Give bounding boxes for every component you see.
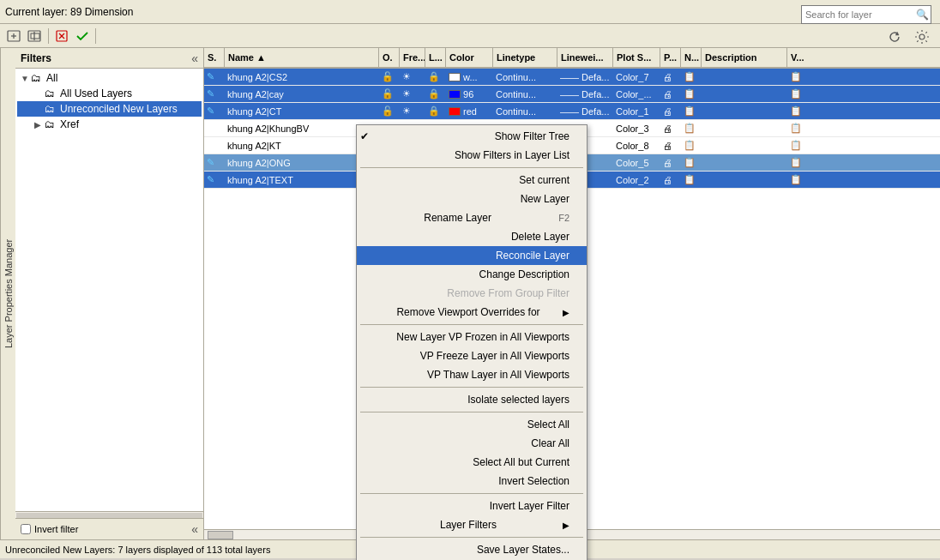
cell-plots: Color_2 xyxy=(613,175,660,185)
cell-v: 📋 xyxy=(787,71,808,82)
menu-check-show-filter-tree: ✔ xyxy=(360,130,374,142)
menu-item-select-all-but[interactable]: Select All but Current xyxy=(357,453,587,472)
menu-label-isolate: Isolate selected layers xyxy=(467,394,569,406)
cell-v: 📋 xyxy=(787,174,808,185)
menu-item-set-current[interactable]: Set current xyxy=(357,171,587,190)
col-header-o[interactable]: O. xyxy=(379,48,400,67)
menu-label-clear-all: Clear All xyxy=(531,437,569,449)
cell-color: w... xyxy=(446,72,493,82)
tree-icon-xref: 🗂 xyxy=(45,118,58,130)
menu-item-select-all[interactable]: Select All xyxy=(357,415,587,434)
cell-v: 📋 xyxy=(787,140,808,151)
current-layer-label: Current layer: 89 Dimension xyxy=(5,6,133,18)
cell-p: 🖨 xyxy=(660,89,681,99)
tree-item-all-used[interactable]: 🗂 All Used Layers xyxy=(17,86,202,101)
table-row[interactable]: ✎ khung A2|cay 🔓 ☀ 🔒 96 Continu... —— De… xyxy=(204,86,940,103)
new-layer2-btn[interactable] xyxy=(26,27,45,45)
col-header-fr[interactable]: Fre... xyxy=(400,48,425,67)
menu-label-remove-viewport: Remove Viewport Overrides for xyxy=(396,306,539,318)
col-header-plots[interactable]: Plot S... xyxy=(613,48,660,67)
col-header-l[interactable]: L... xyxy=(425,48,446,67)
menu-label-invert-selection: Invert Selection xyxy=(498,475,569,487)
tree-toggle-all: ▼ xyxy=(21,74,31,83)
cell-color: red xyxy=(446,106,493,117)
cell-linetype: Continu... xyxy=(493,89,557,99)
menu-label-remove-from-group: Remove From Group Filter xyxy=(447,287,569,299)
search-input[interactable] xyxy=(802,9,913,20)
menu-item-save-layer-states[interactable]: Save Layer States... xyxy=(357,540,587,559)
col-header-s[interactable]: S. xyxy=(204,48,225,67)
col-header-n[interactable]: N... xyxy=(681,48,702,67)
cell-plots: Color_8 xyxy=(613,141,660,151)
cell-name: khung A2|CS2 xyxy=(225,72,379,82)
menu-item-remove-viewport[interactable]: Remove Viewport Overrides for ▶ xyxy=(357,303,587,322)
menu-item-rename-layer[interactable]: Rename Layer F2 xyxy=(357,208,587,227)
cell-n: 📋 xyxy=(681,157,702,168)
col-header-v[interactable]: V... xyxy=(787,48,808,67)
col-header-p[interactable]: P... xyxy=(660,48,681,67)
delete-layer-btn[interactable] xyxy=(52,27,71,45)
menu-arrow-layer-filters: ▶ xyxy=(563,521,569,530)
cell-linetype: Continu... xyxy=(493,72,557,82)
toolbar-separator-1 xyxy=(48,28,49,44)
menu-label-save-layer-states: Save Layer States... xyxy=(477,544,569,556)
menu-label-layer-filters: Layer Filters xyxy=(440,519,497,531)
color-swatch xyxy=(449,107,461,116)
table-row[interactable]: ✎ khung A2|CS2 🔓 ☀ 🔒 w... Continu... —— … xyxy=(204,69,940,86)
cell-v: 📋 xyxy=(787,105,808,117)
menu-item-change-description[interactable]: Change Description xyxy=(357,265,587,284)
tree-label-xref: Xref xyxy=(60,118,79,130)
menu-item-invert-layer-filter[interactable]: Invert Layer Filter xyxy=(357,497,587,515)
menu-item-new-layer[interactable]: New Layer xyxy=(357,190,587,208)
color-swatch xyxy=(449,73,461,81)
menu-item-vp-freeze[interactable]: VP Freeze Layer in All Viewports xyxy=(357,346,587,365)
cell-n: 📋 xyxy=(681,105,702,117)
cell-n: 📋 xyxy=(681,88,702,99)
menu-label-delete-layer: Delete Layer xyxy=(511,231,569,243)
cell-plots: Color_5 xyxy=(613,158,660,168)
menu-item-invert-selection[interactable]: Invert Selection xyxy=(357,472,587,491)
col-header-desc[interactable]: Description xyxy=(702,48,787,67)
cell-color: 96 xyxy=(446,89,493,99)
tree-item-xref[interactable]: ▶ 🗂 Xref xyxy=(17,117,202,132)
col-header-name[interactable]: Name ▲ xyxy=(225,48,379,67)
col-header-color[interactable]: Color xyxy=(446,48,493,67)
menu-item-delete-layer[interactable]: Delete Layer xyxy=(357,227,587,246)
menu-item-new-layer-vp[interactable]: New Layer VP Frozen in All Viewports xyxy=(357,328,587,346)
search-bar[interactable]: 🔍 xyxy=(801,5,931,24)
tree-item-all[interactable]: ▼ 🗂 All xyxy=(17,70,202,86)
menu-item-isolate[interactable]: Isolate selected layers xyxy=(357,390,587,409)
svg-rect-4 xyxy=(31,33,39,39)
menu-separator-3 xyxy=(360,387,583,388)
new-layer-btn[interactable] xyxy=(5,27,24,45)
cell-v: 📋 xyxy=(787,123,808,134)
tree-item-unreconciled[interactable]: 🗂 Unreconciled New Layers xyxy=(17,101,202,117)
col-header-linetype[interactable]: Linetype xyxy=(493,48,557,67)
menu-item-layer-filters[interactable]: Layer Filters ▶ xyxy=(357,515,587,534)
side-label: Layer Properties Manager xyxy=(0,48,15,539)
settings-btn[interactable] xyxy=(913,27,931,46)
table-row[interactable]: ✎ khung A2|CT 🔓 ☀ 🔒 red Continu... —— De… xyxy=(204,103,940,120)
cell-linewei: —— Defa... xyxy=(557,89,613,99)
set-current-btn[interactable] xyxy=(73,27,92,45)
refresh-btn[interactable] xyxy=(885,27,904,46)
col-header-linewei[interactable]: Linewei... xyxy=(557,48,613,67)
menu-item-clear-all[interactable]: Clear All xyxy=(357,434,587,453)
cell-o: 🔓 xyxy=(379,88,400,99)
cell-o: 🔓 xyxy=(379,105,400,117)
tree-label-all-used: All Used Layers xyxy=(60,87,132,99)
menu-item-show-filters-layer-list[interactable]: Show Filters in Layer List xyxy=(357,146,587,165)
menu-label-set-current: Set current xyxy=(519,174,569,186)
cell-v: 📋 xyxy=(787,157,808,168)
menu-item-remove-from-group: Remove From Group Filter xyxy=(357,284,587,303)
menu-item-vp-thaw[interactable]: VP Thaw Layer in All Viewports xyxy=(357,365,587,384)
menu-item-reconcile-layer[interactable]: Reconcile Layer xyxy=(357,246,587,265)
invert-filter-checkbox[interactable] xyxy=(21,524,31,534)
menu-label-reconcile-layer: Reconcile Layer xyxy=(496,250,569,262)
menu-separator-1 xyxy=(360,167,583,168)
cell-plots: Color_7 xyxy=(613,72,660,82)
filter-collapse-btn[interactable]: « xyxy=(191,51,198,65)
filter-collapse-btn2[interactable]: « xyxy=(191,522,198,536)
menu-item-show-filter-tree[interactable]: ✔ Show Filter Tree xyxy=(357,127,587,146)
filter-panel: Filters « ▼ 🗂 All 🗂 All Used Layers 🗂 Un… xyxy=(15,48,204,539)
